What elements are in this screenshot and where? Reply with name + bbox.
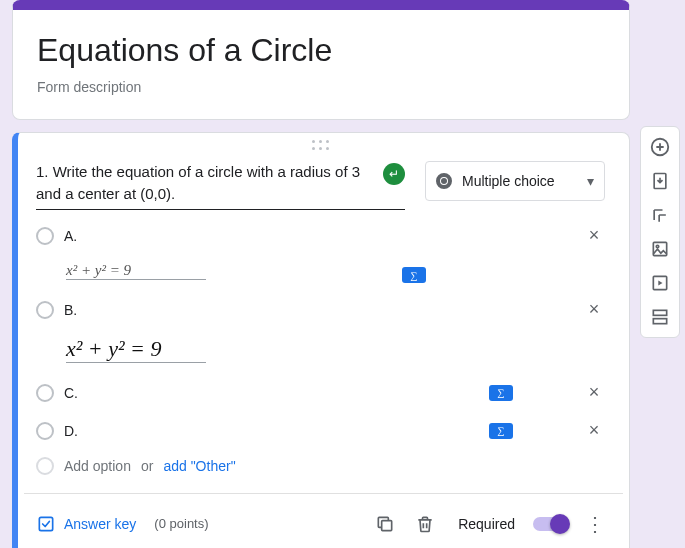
equation-editor-icon[interactable]: ∑	[489, 385, 513, 401]
svg-rect-8	[653, 319, 666, 324]
add-or-text: or	[141, 458, 153, 474]
required-label: Required	[458, 516, 515, 532]
add-title-button[interactable]	[646, 201, 674, 229]
import-questions-button[interactable]	[646, 167, 674, 195]
option-label[interactable]: B.	[64, 298, 573, 322]
add-option-row: Add option or add "Other"	[36, 457, 605, 475]
option-row: D. ∑ ×	[36, 415, 605, 447]
radio-icon	[36, 422, 54, 440]
add-video-button[interactable]	[646, 269, 674, 297]
radio-icon	[436, 173, 452, 189]
required-toggle[interactable]	[533, 517, 567, 531]
remove-option-button[interactable]: ×	[583, 420, 605, 442]
svg-rect-1	[382, 520, 392, 530]
add-other-button[interactable]: add "Other"	[163, 458, 235, 474]
option-equation[interactable]: x² + y² = 9	[66, 262, 206, 280]
svg-rect-0	[39, 517, 52, 530]
question-card[interactable]: 1. Write the equation of a circle with a…	[12, 132, 630, 548]
chevron-down-icon: ▾	[587, 173, 594, 189]
remove-option-button[interactable]: ×	[583, 299, 605, 321]
form-header-card: Equations of a Circle Form description	[12, 0, 630, 120]
equation-editor-icon[interactable]: ∑	[489, 423, 513, 439]
add-image-button[interactable]	[646, 235, 674, 263]
option-label[interactable]: C.	[64, 381, 479, 405]
option-row: C. ∑ ×	[36, 377, 605, 409]
enter-icon[interactable]: ↵	[383, 163, 405, 185]
drag-handle-icon[interactable]	[36, 133, 605, 157]
add-question-button[interactable]	[646, 133, 674, 161]
svg-rect-4	[653, 242, 666, 255]
option-label[interactable]: D.	[64, 419, 479, 443]
option-label[interactable]: A.	[64, 224, 573, 248]
radio-icon	[36, 457, 54, 475]
svg-rect-7	[653, 310, 666, 315]
remove-option-button[interactable]: ×	[583, 225, 605, 247]
answer-key-icon	[36, 514, 56, 534]
answer-key-button[interactable]: Answer key	[36, 514, 136, 534]
add-section-button[interactable]	[646, 303, 674, 331]
option-row: A. ×	[36, 220, 605, 252]
svg-point-5	[656, 245, 659, 248]
option-equation[interactable]: x² + y² = 9	[66, 336, 206, 363]
radio-icon	[36, 227, 54, 245]
duplicate-button[interactable]	[374, 513, 396, 535]
form-description[interactable]: Form description	[37, 79, 605, 95]
side-toolbar	[640, 126, 680, 338]
equation-editor-icon[interactable]: ∑	[402, 267, 426, 283]
question-footer: Answer key (0 points) Required ⋮	[36, 494, 605, 549]
form-title[interactable]: Equations of a Circle	[37, 32, 605, 69]
radio-icon	[36, 301, 54, 319]
option-row: B. ×	[36, 294, 605, 326]
remove-option-button[interactable]: ×	[583, 382, 605, 404]
delete-button[interactable]	[414, 513, 436, 535]
question-type-select[interactable]: Multiple choice ▾	[425, 161, 605, 201]
question-type-label: Multiple choice	[462, 173, 577, 189]
question-title-input[interactable]: 1. Write the equation of a circle with a…	[36, 161, 405, 210]
answer-key-label: Answer key	[64, 516, 136, 532]
add-option-button[interactable]: Add option	[64, 458, 131, 474]
more-options-button[interactable]: ⋮	[585, 512, 605, 536]
points-text: (0 points)	[154, 516, 208, 531]
radio-icon	[36, 384, 54, 402]
